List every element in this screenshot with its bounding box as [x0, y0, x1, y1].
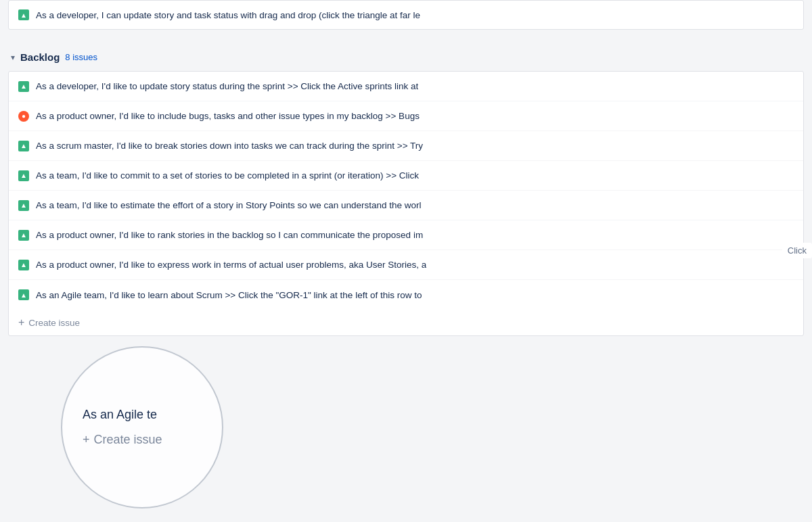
chevron-icon[interactable]: ▾ — [11, 53, 15, 62]
issue-row-text: As a product owner, I'd like to rank sto… — [36, 230, 423, 240]
spotlight-create-label: Create issue — [94, 433, 162, 447]
issue-row-text: As a developer, I'd like to update story… — [36, 81, 418, 91]
issue-row-text: As a team, I'd like to commit to a set o… — [36, 170, 419, 181]
issue-row[interactable]: ▲As a scrum master, I'd like to break st… — [9, 131, 803, 161]
issues-list: ▲As a developer, I'd like to update stor… — [8, 71, 804, 336]
backlog-title: Backlog — [20, 51, 60, 63]
spotlight-circle: As an Agile te + Create issue — [61, 346, 223, 508]
top-issue-row[interactable]: ▲ As a developer, I can update story and… — [8, 0, 804, 30]
create-issue-plus-icon: + — [18, 316, 24, 329]
click-label: Click — [782, 243, 812, 258]
story-type-icon: ▲ — [18, 170, 29, 181]
bug-type-icon: ● — [18, 111, 29, 122]
issue-row[interactable]: ▲As a product owner, I'd like to rank st… — [9, 220, 803, 250]
backlog-header: ▾ Backlog 8 issues — [8, 41, 804, 71]
issue-row[interactable]: ▲As an Agile team, I'd like to learn abo… — [9, 280, 803, 310]
issue-row-text: As a scrum master, I'd like to break sto… — [36, 141, 423, 151]
spotlight-plus-icon: + — [83, 433, 90, 447]
story-type-icon: ▲ — [18, 260, 29, 270]
story-type-icon: ▲ — [18, 81, 29, 92]
issue-row-text: As a team, I'd like to estimate the effo… — [36, 200, 422, 210]
create-issue-label: Create issue — [28, 318, 80, 328]
story-type-icon: ▲ — [18, 200, 29, 211]
top-issue-text: As a developer, I can update story and t… — [36, 10, 420, 20]
spotlight-main-text: As an Agile te — [83, 408, 157, 422]
story-type-icon: ▲ — [18, 289, 29, 300]
issue-row-text: As a product owner, I'd like to include … — [36, 111, 420, 121]
issue-row[interactable]: ▲As a team, I'd like to estimate the eff… — [9, 191, 803, 220]
spotlight-create-issue[interactable]: + Create issue — [83, 433, 162, 447]
issue-row[interactable]: ●As a product owner, I'd like to include… — [9, 101, 803, 131]
issue-row[interactable]: ▲As a team, I'd like to commit to a set … — [9, 161, 803, 191]
spotlight-overlay: As an Agile te + Create issue — [0, 319, 271, 522]
story-icon: ▲ — [18, 9, 29, 20]
story-type-icon: ▲ — [18, 141, 29, 151]
issue-row-text: As a product owner, I'd like to express … — [36, 260, 426, 270]
issue-row[interactable]: ▲As a developer, I'd like to update stor… — [9, 72, 803, 101]
create-issue-row[interactable]: + Create issue — [9, 310, 803, 335]
backlog-count: 8 issues — [65, 52, 97, 62]
story-type-icon: ▲ — [18, 230, 29, 241]
issue-row-text: As an Agile team, I'd like to learn abou… — [36, 290, 422, 300]
issue-row[interactable]: ▲As a product owner, I'd like to express… — [9, 250, 803, 280]
